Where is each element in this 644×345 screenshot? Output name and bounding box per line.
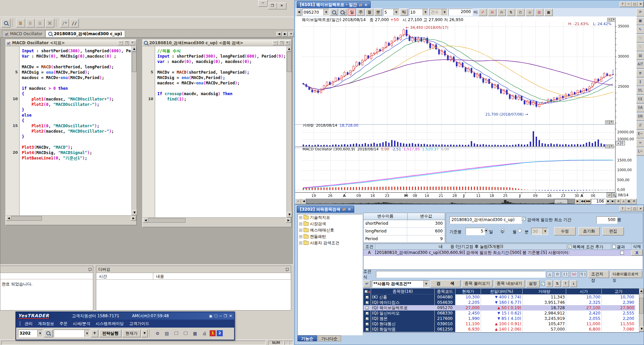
nav-close-icon[interactable]: ☒ [631, 199, 637, 204]
expand-icon[interactable]: + [299, 216, 302, 219]
nav-diamond-icon[interactable]: ◆ [605, 199, 611, 204]
period-day-button[interactable]: 일 [348, 9, 356, 16]
stock-row-현대통신[interactable]: ✓(Q) 현대통신03901011,100▲100 ( 0.91)105,477… [364, 321, 639, 327]
op-paren-x-icon[interactable]: (x) [570, 271, 578, 277]
pin-icon[interactable] [89, 268, 92, 271]
yestrader-menu-계좌정보[interactable]: 계좌정보 [38, 321, 54, 327]
restore-button[interactable]: ❐ [268, 3, 277, 9]
scroll-left-icon[interactable]: ◀ [143, 218, 148, 223]
open-script-icon[interactable]: 🗎 [16, 19, 25, 27]
radio-month[interactable] [518, 229, 522, 232]
radio-week-label[interactable]: 주 [500, 229, 504, 235]
row-checkbox[interactable]: ✓ [366, 317, 369, 320]
col-volume[interactable]: 거래량 [523, 289, 566, 294]
stock-row-신흥[interactable]: ✓(K) 신흥00408010,300▼400 ( 3.74)11,34310,… [364, 294, 639, 300]
bar-style-icon[interactable]: ılı [488, 9, 496, 16]
row-checkbox[interactable]: ✓ [366, 296, 369, 299]
child-restore-icon[interactable]: ❐ [124, 41, 129, 45]
enter-icon[interactable]: ↵ [363, 280, 371, 287]
row-checkbox[interactable]: ✓ [366, 301, 369, 304]
condition-delete-button[interactable]: X [631, 250, 643, 256]
more-button[interactable]: ▼ [142, 330, 148, 337]
scroll-up-icon[interactable]: ▲ [132, 46, 137, 52]
report-icon[interactable]: ▥ [535, 9, 543, 16]
panel-close-icon[interactable]: ✕ [609, 144, 614, 148]
reset-button[interactable]: 초기화 [578, 227, 600, 235]
search-maximize-icon[interactable]: □ [632, 206, 638, 211]
screen-number-combo[interactable]: 3202▼ [18, 330, 43, 337]
expand-icon[interactable]: + [299, 242, 302, 245]
search-icon[interactable] [1, 19, 10, 27]
tree-item-시장검색[interactable]: +시장검색 [298, 221, 362, 227]
tree-item-기술적지표[interactable]: +기술적지표 [298, 214, 362, 221]
line-comment-icon[interactable]: // [70, 19, 79, 27]
h-scrollbar[interactable]: ◀ ▶ [6, 215, 136, 220]
side-tool-icon-16[interactable]: L~ [636, 148, 644, 156]
screen-search-button[interactable] [44, 330, 53, 337]
delete-script-icon[interactable]: 🗙 [45, 19, 54, 27]
count-combo[interactable]: 건수▼ [429, 9, 447, 16]
side-tool-icon-0[interactable]: ⟳ [636, 8, 644, 16]
export-stocks-button[interactable]: 종목 내보내기 [494, 280, 525, 287]
search-close-icon[interactable]: ✕ [348, 207, 351, 212]
debug-col-content[interactable]: 내용 [153, 273, 291, 279]
nav-home-icon[interactable]: ⌂ [621, 199, 626, 204]
search-x-icon[interactable]: ✕ [638, 206, 644, 211]
multi-monitor-icon[interactable]: 🖵 [181, 329, 190, 337]
modify-button[interactable]: 수정 [554, 227, 576, 235]
yestrader-menu-주문[interactable]: 주문 [59, 321, 67, 327]
h-scrollbar[interactable]: ◀ ▶ [143, 217, 291, 222]
block-comment-icon[interactable]: /* [60, 19, 69, 27]
side-tool-icon-5[interactable]: ▤ [636, 52, 644, 60]
var-row[interactable]: Period9 [364, 235, 445, 243]
radio-day[interactable] [484, 229, 488, 232]
tree-item-예스매매신호[interactable]: +예스매매신호 [298, 227, 362, 233]
stock-row-화일약품[interactable]: ✓(Q) 화일약품0612506,930▲140 ( 2.06)57,0006,… [364, 327, 639, 332]
expand-icon[interactable]: + [299, 222, 302, 225]
search-run-button[interactable]: 검 색 [430, 280, 461, 287]
side-tool-icon-9[interactable]: f/L [636, 87, 644, 95]
panel-close-icon[interactable]: ✕ [609, 120, 614, 124]
tab-macd-oscillator[interactable]: MACD Oscillator [2, 30, 45, 37]
side-tool-icon-2[interactable]: ↖ [636, 26, 644, 34]
period-week-button[interactable]: 주 [357, 9, 365, 16]
stock-combo[interactable]: ▼ [54, 330, 90, 337]
save-as-button[interactable]: 다른이름으로저장 [610, 271, 642, 278]
col-high[interactable]: 고가 [602, 289, 635, 294]
swap-icon[interactable]: ⇄ [359, 3, 362, 7]
monitor-icon[interactable]: 🖵 [214, 314, 218, 318]
yt-restore-icon[interactable]: ❐ [224, 314, 227, 318]
scroll-thumb[interactable] [132, 52, 137, 72]
var-row[interactable]: shortPeriod300 [364, 220, 445, 228]
bar-count-input[interactable]: 2000 [448, 9, 473, 16]
side-tool-icon-10[interactable]: f/£ [636, 95, 644, 104]
op-paren-icon[interactable]: ( ) [562, 271, 569, 277]
sort-updown-icon[interactable]: ⇅ [507, 9, 515, 16]
tick-combo[interactable]: 10▼ [409, 9, 428, 16]
move-up-icon[interactable]: ↑ [562, 280, 569, 287]
move-down-icon[interactable]: ↓ [570, 280, 577, 287]
chart-maximize-icon[interactable]: □ [632, 2, 638, 7]
current-price-button[interactable]: 현재가 [122, 330, 141, 337]
alert-icon[interactable]: ▣ [209, 314, 212, 318]
cond-col-result[interactable]: 결과 [611, 244, 631, 250]
stock-row-에이디칩스[interactable]: ✓(Q) 에이디칩스0546302,205▼160 ( 6.77)3,951,7… [364, 300, 639, 305]
tab-function-order[interactable]: 기능순 [298, 335, 317, 341]
cond-col-add[interactable]: ✓목록에 조건 추가 [567, 244, 611, 250]
close-button[interactable]: ✕ [277, 3, 286, 9]
pin-icon[interactable] [286, 268, 289, 271]
nav-right-icon[interactable]: ▶ [575, 199, 580, 204]
panel-small-icon[interactable]: ▫ [607, 18, 611, 22]
nav-grid-icon[interactable]: ▦ [626, 199, 632, 204]
chart-body[interactable]: 웨이브일렉트로(일간) 2018/08/14 종 27,000 +50 시 27… [295, 16, 637, 199]
nav-handle[interactable]: ≡ [295, 199, 301, 204]
scroll-right-icon[interactable]: ▶ [131, 216, 136, 221]
yestrader-menu-시스템트레이딩[interactable]: 시스템트레이딩 [96, 321, 124, 327]
minute-select[interactable]: 30▼ [531, 228, 548, 235]
tab-search-script[interactable]: 20180810_검색(macd300 c_up) [45, 30, 125, 37]
condition-row-text[interactable]: [20180810_검색(macd300 c_up)(300,600,9)] 검… [375, 250, 570, 256]
copy-script-icon[interactable]: 🗎 [36, 19, 45, 27]
new-page-icon[interactable]: 🗋 [516, 9, 525, 16]
notes-icon[interactable]: ▤ [163, 329, 171, 337]
check-tool-icon[interactable]: ✓ [479, 9, 487, 16]
